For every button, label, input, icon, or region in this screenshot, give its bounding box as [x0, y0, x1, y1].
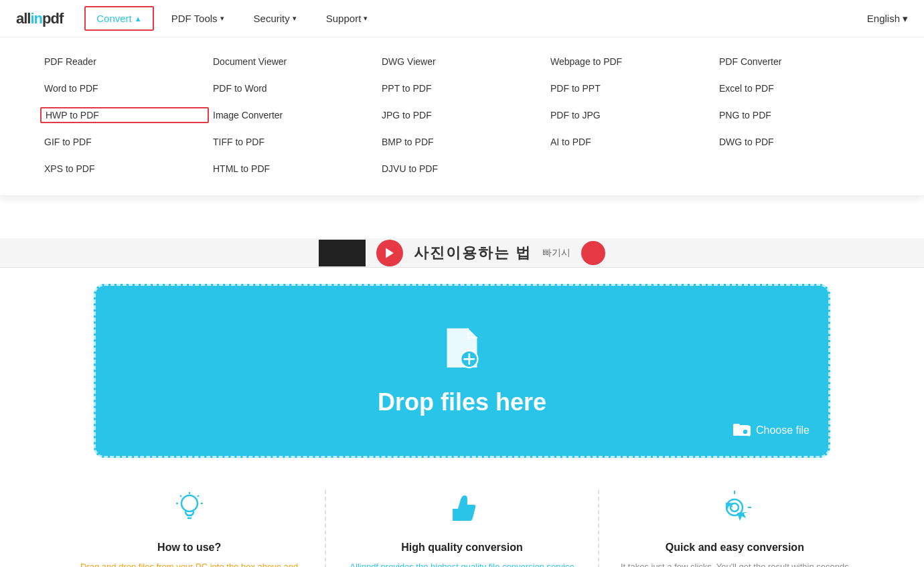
main-nav: Convert ▲ PDF Tools ▾ Security ▾ Support…: [84, 6, 867, 31]
dropdown-dwg-to-pdf[interactable]: DWG to PDF: [715, 134, 884, 150]
banner-inner: 사진이용하는 법 빠기시: [319, 240, 605, 266]
dropdown-document-viewer[interactable]: Document Viewer: [209, 54, 378, 70]
nav-convert[interactable]: Convert ▲: [84, 6, 153, 31]
banner-right-icon: [581, 241, 605, 265]
lang-chevron-icon: ▾: [903, 13, 908, 25]
info-how-to-use: How to use? Drag and drop files from you…: [54, 490, 326, 567]
dropdown-xps-to-pdf[interactable]: XPS to PDF: [40, 161, 209, 177]
dropdown-gif-to-pdf[interactable]: GIF to PDF: [40, 134, 209, 150]
how-to-use-title: How to use?: [157, 542, 221, 554]
dropdown-dwg-viewer[interactable]: DWG Viewer: [378, 54, 546, 70]
svg-point-7: [181, 495, 198, 511]
dropdown-excel-to-pdf[interactable]: Excel to PDF: [715, 80, 884, 96]
dropdown-col-0: PDF Reader Word to PDF HWP to PDF GIF to…: [40, 54, 209, 177]
banner-korean-subtext: 빠기시: [542, 247, 570, 259]
dropdown-image-converter[interactable]: Image Converter: [209, 107, 378, 123]
high-quality-title: High quality conversion: [401, 542, 522, 554]
banner-strip: 사진이용하는 법 빠기시: [0, 238, 924, 268]
banner-korean-text: 사진이용하는 법: [414, 243, 532, 263]
info-section: How to use? Drag and drop files from you…: [0, 458, 924, 567]
drop-files-label: Drop files here: [378, 388, 546, 416]
how-to-use-desc: Drag and drop files from your PC into th…: [75, 560, 303, 567]
quick-easy-desc: It takes just a few clicks. You'll get t…: [621, 560, 849, 567]
security-chevron-icon: ▾: [293, 14, 297, 23]
banner-thumbnail: [319, 240, 366, 266]
dropdown-col-1: Document Viewer PDF to Word Image Conver…: [209, 54, 378, 177]
quick-easy-title: Quick and easy conversion: [666, 542, 804, 554]
cursor-click-icon: [717, 490, 752, 532]
drop-zone-wrapper: Drop files here Choose file: [0, 268, 924, 458]
dropdown-html-to-pdf[interactable]: HTML to PDF: [209, 161, 378, 177]
folder-icon: [732, 420, 751, 441]
upload-file-icon: [438, 325, 486, 376]
svg-line-11: [180, 495, 181, 497]
svg-point-16: [730, 503, 739, 511]
dropdown-grid: PDF Reader Word to PDF HWP to PDF GIF to…: [40, 54, 884, 177]
dropdown-pdf-reader[interactable]: PDF Reader: [40, 54, 209, 70]
info-quick-easy: Quick and easy conversion It takes just …: [599, 490, 870, 567]
dropdown-pdf-converter[interactable]: PDF Converter: [715, 54, 884, 70]
dropdown-pdf-to-word[interactable]: PDF to Word: [209, 80, 378, 96]
nav-security[interactable]: Security ▾: [242, 6, 309, 31]
dropdown-ai-to-pdf[interactable]: AI to PDF: [546, 134, 715, 150]
pdf-tools-chevron-icon: ▾: [220, 14, 224, 23]
header: allinpdf Convert ▲ PDF Tools ▾ Security …: [0, 0, 924, 37]
info-high-quality: High quality conversion Allinpdf provide…: [326, 490, 599, 567]
dropdown-word-to-pdf[interactable]: Word to PDF: [40, 80, 209, 96]
dropdown-png-to-pdf[interactable]: PNG to PDF: [715, 107, 884, 123]
svg-marker-0: [386, 248, 394, 258]
convert-dropdown: PDF Reader Word to PDF HWP to PDF GIF to…: [0, 37, 924, 196]
svg-line-12: [198, 495, 199, 497]
thumbs-up-icon: [445, 490, 479, 532]
dropdown-webpage-to-pdf[interactable]: Webpage to PDF: [546, 54, 715, 70]
drop-zone[interactable]: Drop files here Choose file: [94, 284, 830, 458]
dropdown-tiff-to-pdf[interactable]: TIFF to PDF: [209, 134, 378, 150]
nav-pdf-tools[interactable]: PDF Tools ▾: [159, 6, 236, 31]
dropdown-pdf-to-ppt[interactable]: PDF to PPT: [546, 80, 715, 96]
dropdown-col-3: Webpage to PDF PDF to PPT PDF to JPG AI …: [546, 54, 715, 177]
lightbulb-icon: [172, 490, 207, 532]
nav-support[interactable]: Support ▾: [314, 6, 380, 31]
convert-chevron-icon: ▲: [135, 15, 142, 23]
dropdown-pdf-to-jpg[interactable]: PDF to JPG: [546, 107, 715, 123]
choose-file-label: Choose file: [756, 424, 810, 436]
language-selector[interactable]: English ▾: [867, 13, 908, 25]
high-quality-desc: Allinpdf provides the highest quality fi…: [348, 560, 576, 567]
dropdown-col-2: DWG Viewer PPT to PDF JPG to PDF BMP to …: [378, 54, 546, 177]
dropdown-hwp-to-pdf[interactable]: HWP to PDF: [40, 107, 209, 123]
logo[interactable]: allinpdf: [16, 10, 63, 27]
support-chevron-icon: ▾: [364, 14, 368, 23]
banner-red-icon: [376, 240, 403, 266]
dropdown-bmp-to-pdf[interactable]: BMP to PDF: [378, 134, 546, 150]
dropdown-djvu-to-pdf[interactable]: DJVU to PDF: [378, 161, 546, 177]
dropdown-ppt-to-pdf[interactable]: PPT to PDF: [378, 80, 546, 96]
choose-file-button[interactable]: Choose file: [732, 420, 810, 441]
dropdown-jpg-to-pdf[interactable]: JPG to PDF: [378, 107, 546, 123]
dropdown-col-4: PDF Converter Excel to PDF PNG to PDF DW…: [715, 54, 884, 177]
